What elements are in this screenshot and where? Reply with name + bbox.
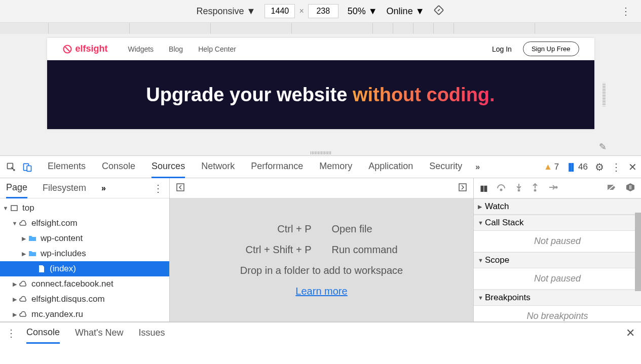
pause-on-exceptions-icon[interactable]: [626, 183, 635, 194]
section-breakpoints[interactable]: ▼Breakpoints: [474, 290, 641, 306]
device-more-icon[interactable]: ⋮: [621, 5, 631, 17]
tab-memory[interactable]: Memory: [319, 156, 352, 178]
tab-console[interactable]: Console: [102, 156, 135, 178]
devtools-right: ▲7 ▐▌46 ⚙ ⋮ ✕: [544, 161, 637, 173]
edit-handle-icon[interactable]: ✎: [599, 141, 607, 152]
nav-tab-page[interactable]: Page: [6, 178, 27, 198]
rotate-icon[interactable]: [433, 5, 444, 18]
resize-handle-horizontal[interactable]: [311, 151, 331, 154]
throttle-label: Online: [387, 6, 413, 16]
tab-security[interactable]: Security: [429, 156, 462, 178]
tree-file-index[interactable]: (index): [0, 261, 169, 276]
svg-line-1: [438, 9, 440, 11]
step-icon[interactable]: [548, 184, 558, 193]
tree-top[interactable]: ▼top: [0, 200, 169, 216]
tree-folder-wp-content[interactable]: ▶wp-content: [0, 231, 169, 246]
drawer-tab-issues[interactable]: Issues: [139, 323, 165, 343]
deactivate-breakpoints-icon[interactable]: [607, 183, 617, 193]
nav-more-icon[interactable]: ⋮: [153, 182, 163, 194]
tabs-overflow-icon[interactable]: »: [475, 163, 480, 172]
shortcut-key: Ctrl + P: [231, 223, 312, 235]
collapse-left-icon[interactable]: [176, 183, 185, 194]
tab-elements[interactable]: Elements: [48, 156, 86, 178]
folder-icon: [27, 249, 37, 259]
svg-point-10: [518, 189, 520, 191]
messages-badge[interactable]: ▐▌46: [566, 162, 588, 172]
logo-icon: [62, 44, 72, 54]
tab-network[interactable]: Network: [201, 156, 235, 178]
drawer-tab-console[interactable]: Console: [26, 322, 60, 344]
scrollbar-thumb[interactable]: [635, 213, 641, 291]
tree-domain-label: elfsight.com: [31, 218, 78, 228]
section-callstack[interactable]: ▼Call Stack: [474, 215, 641, 231]
pause-icon[interactable]: ▮▮: [480, 183, 487, 193]
site-header-right: Log In Sign Up Free: [492, 42, 579, 56]
svg-rect-7: [177, 184, 184, 191]
drawer-tab-whatsnew[interactable]: What's New: [75, 323, 123, 343]
svg-point-12: [556, 186, 557, 188]
devtools-more-icon[interactable]: ⋮: [611, 161, 621, 173]
device-mode-dropdown[interactable]: Responsive ▼: [197, 6, 256, 17]
section-label: Scope: [485, 255, 509, 265]
debugger-pane: ▮▮ ▶Watch ▼Call Stack Not paused ▼Scope …: [474, 178, 641, 321]
shortcut-open-file: Ctrl + P Open file: [231, 223, 413, 235]
height-input[interactable]: [308, 4, 338, 18]
devtools-tabs: Elements Console Sources Network Perform…: [48, 156, 462, 178]
nav-help[interactable]: Help Center: [198, 45, 236, 53]
file-label: (index): [50, 264, 76, 274]
site-logo[interactable]: elfsight: [62, 44, 108, 54]
collapse-right-icon[interactable]: [458, 183, 467, 194]
drawer-more-icon[interactable]: ⋮: [6, 327, 16, 339]
tree-domain-disqus[interactable]: ▶elfsight.disqus.com: [0, 292, 169, 307]
editor-pane: Ctrl + P Open file Ctrl + Shift + P Run …: [170, 178, 474, 321]
login-link[interactable]: Log In: [492, 45, 512, 53]
hero-headline: Upgrade your website without coding.: [146, 84, 495, 106]
editor-toolbar: [170, 178, 473, 198]
domain-label: connect.facebook.net: [31, 279, 114, 289]
tab-performance[interactable]: Performance: [251, 156, 303, 178]
drop-hint: Drop in a folder to add to workspace: [240, 265, 403, 276]
throttle-dropdown[interactable]: Online ▼: [387, 6, 425, 17]
drawer-close-icon[interactable]: ✕: [626, 327, 635, 340]
nav-tabs-overflow-icon[interactable]: »: [101, 184, 106, 193]
svg-rect-8: [459, 184, 466, 191]
step-over-icon[interactable]: [496, 183, 506, 193]
inspect-icon[interactable]: [4, 160, 18, 174]
file-icon: [36, 264, 47, 274]
step-out-icon[interactable]: [532, 183, 539, 194]
resize-handle-vertical[interactable]: [602, 84, 606, 106]
dimension-separator: ×: [299, 7, 304, 16]
width-input[interactable]: [265, 4, 295, 18]
zoom-dropdown[interactable]: 50% ▼: [348, 6, 378, 17]
svg-marker-14: [626, 183, 634, 191]
devtools-close-icon[interactable]: ✕: [628, 161, 637, 173]
settings-icon[interactable]: ⚙: [595, 161, 604, 173]
svg-rect-15: [629, 185, 630, 189]
tree-domain[interactable]: ▼elfsight.com: [0, 216, 169, 231]
device-toolbar: Responsive ▼ × 50% ▼ Online ▼ ⋮: [0, 0, 641, 23]
tab-application[interactable]: Application: [368, 156, 413, 178]
tree-domain-yandex[interactable]: ▶mc.yandex.ru: [0, 307, 169, 321]
domain-label: mc.yandex.ru: [31, 309, 83, 319]
nav-tab-filesystem[interactable]: Filesystem: [43, 179, 86, 197]
tree-folder-wp-includes[interactable]: ▶wp-includes: [0, 246, 169, 261]
nav-blog[interactable]: Blog: [169, 45, 183, 53]
section-watch[interactable]: ▶Watch: [474, 198, 641, 215]
tab-sources[interactable]: Sources: [152, 156, 185, 178]
shortcut-desc: Open file: [332, 223, 413, 235]
device-toggle-icon[interactable]: [20, 160, 34, 174]
signup-button[interactable]: Sign Up Free: [523, 42, 579, 56]
step-into-icon[interactable]: [515, 183, 522, 194]
site-nav: Widgets Blog Help Center: [128, 45, 236, 53]
hero-white: Upgrade your website: [146, 84, 353, 105]
warnings-count: 7: [554, 162, 559, 172]
svg-point-9: [501, 189, 502, 190]
learn-more-link[interactable]: Learn more: [295, 286, 347, 297]
section-scope[interactable]: ▼Scope: [474, 252, 641, 268]
warnings-badge[interactable]: ▲7: [544, 162, 559, 172]
tree-domain-facebook[interactable]: ▶connect.facebook.net: [0, 276, 169, 292]
nav-widgets[interactable]: Widgets: [128, 45, 154, 53]
callstack-empty: Not paused: [474, 231, 641, 252]
preview-frame[interactable]: elfsight Widgets Blog Help Center Log In…: [47, 38, 594, 129]
brand-text: elfsight: [76, 44, 108, 54]
